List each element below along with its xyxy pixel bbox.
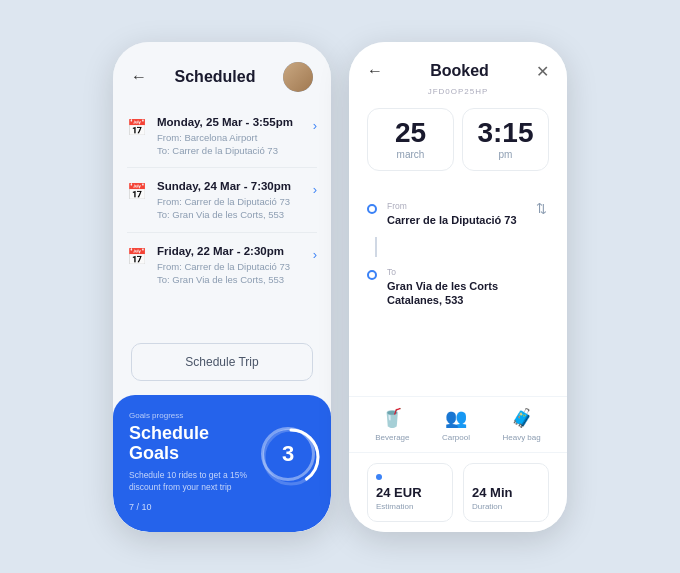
heavybag-icon: 🧳 xyxy=(511,407,533,429)
chevron-right-icon-2: › xyxy=(313,182,317,197)
from-dot xyxy=(367,204,377,214)
booking-id: JFD0OP25HP xyxy=(349,87,567,96)
duration-dot xyxy=(472,474,478,480)
ride-title-1: Monday, 25 Mar - 3:55pm xyxy=(157,116,303,128)
goals-badge: 3 xyxy=(261,427,315,481)
chevron-right-icon-3: › xyxy=(313,247,317,262)
ride-to-3: To: Gran Via de les Corts, 553 xyxy=(157,273,303,286)
schedule-trip-button[interactable]: Schedule Trip xyxy=(131,343,313,381)
carpool-label: Carpool xyxy=(442,433,470,442)
right-phone: ← Booked ✕ JFD0OP25HP 25 march 3:15 pm xyxy=(349,42,567,532)
cost-estimation: 24 EUR Estimation xyxy=(367,463,453,522)
cost-duration: 24 Min Duration xyxy=(463,463,549,522)
date-label: march xyxy=(374,149,447,160)
avatar-image xyxy=(283,62,313,92)
ride-item-1[interactable]: 📅 Monday, 25 Mar - 3:55pm From: Barcelon… xyxy=(127,106,317,169)
amenity-heavybag[interactable]: 🧳 Heavy bag xyxy=(502,407,540,442)
left-phone: ← Scheduled 📅 Monday, 25 Mar - 3:55pm Fr… xyxy=(113,42,331,532)
calendar-icon-2: 📅 xyxy=(127,182,147,201)
goals-title: Schedule Goals xyxy=(129,424,249,464)
cost-row: 24 EUR Estimation 24 Min Duration xyxy=(349,453,567,532)
ride-from-2: From: Carrer de la Diputació 73 xyxy=(157,195,303,208)
calendar-icon-1: 📅 xyxy=(127,118,147,137)
goals-desc: Schedule 10 rides to get a 15% discount … xyxy=(129,470,249,494)
schedule-btn-wrap: Schedule Trip xyxy=(113,333,331,395)
goals-section: Goals progress Schedule Goals Schedule 1… xyxy=(113,395,331,531)
route-to: To Gran Via de les Corts Catalanes, 533 xyxy=(367,259,549,316)
amenity-carpool[interactable]: 👥 Carpool xyxy=(442,407,470,442)
heavybag-label: Heavy bag xyxy=(502,433,540,442)
booked-header: ← Booked ✕ xyxy=(349,42,567,87)
date-box: 25 march xyxy=(367,108,454,171)
time-number: 3:15 xyxy=(469,119,542,147)
booked-title: Booked xyxy=(430,62,489,80)
beverage-label: Beverage xyxy=(375,433,409,442)
cost-label: Estimation xyxy=(376,502,444,511)
to-dot xyxy=(367,270,377,280)
ride-item-2[interactable]: 📅 Sunday, 24 Mar - 7:30pm From: Carrer d… xyxy=(127,170,317,233)
rides-list: 📅 Monday, 25 Mar - 3:55pm From: Barcelon… xyxy=(113,102,331,334)
route-section: From Carrer de la Diputació 73 ⇅ To Gran… xyxy=(349,185,567,396)
swap-icon[interactable]: ⇅ xyxy=(536,201,547,216)
booked-back-button[interactable]: ← xyxy=(367,62,383,80)
time-box: 3:15 pm xyxy=(462,108,549,171)
avatar[interactable] xyxy=(283,62,313,92)
circle-progress-svg xyxy=(261,427,321,487)
from-content: From Carrer de la Diputació 73 xyxy=(387,201,517,227)
to-label: To xyxy=(387,267,549,277)
amenities-row: 🥤 Beverage 👥 Carpool 🧳 Heavy bag xyxy=(349,396,567,453)
cost-dot xyxy=(376,474,382,480)
ride-to-2: To: Gran Via de les Corts, 553 xyxy=(157,208,303,221)
back-button[interactable]: ← xyxy=(131,68,147,86)
scheduled-header: ← Scheduled xyxy=(113,42,331,102)
ride-content-2: Sunday, 24 Mar - 7:30pm From: Carrer de … xyxy=(157,180,303,222)
date-number: 25 xyxy=(374,119,447,147)
chevron-right-icon-1: › xyxy=(313,118,317,133)
goals-text: Goals progress Schedule Goals Schedule 1… xyxy=(129,411,249,511)
cost-value: 24 EUR xyxy=(376,485,444,500)
ride-title-2: Sunday, 24 Mar - 7:30pm xyxy=(157,180,303,192)
to-content: To Gran Via de les Corts Catalanes, 533 xyxy=(387,267,549,308)
date-time-row: 25 march 3:15 pm xyxy=(349,108,567,185)
ride-from-3: From: Carrer de la Diputació 73 xyxy=(157,260,303,273)
from-label: From xyxy=(387,201,517,211)
duration-label: Duration xyxy=(472,502,540,511)
route-from: From Carrer de la Diputació 73 ⇅ xyxy=(367,193,549,235)
close-button[interactable]: ✕ xyxy=(536,62,549,81)
duration-value: 24 Min xyxy=(472,485,540,500)
ride-to-1: To: Carrer de la Diputació 73 xyxy=(157,144,303,157)
ride-title-3: Friday, 22 Mar - 2:30pm xyxy=(157,245,303,257)
route-connector-line xyxy=(375,237,377,257)
goals-count: 7 / 10 xyxy=(129,502,249,512)
carpool-icon: 👥 xyxy=(445,407,467,429)
from-address: Carrer de la Diputació 73 xyxy=(387,213,517,227)
goals-progress-label: Goals progress xyxy=(129,411,249,420)
ride-content-1: Monday, 25 Mar - 3:55pm From: Barcelona … xyxy=(157,116,303,158)
ride-from-1: From: Barcelona Airport xyxy=(157,131,303,144)
ride-content-3: Friday, 22 Mar - 2:30pm From: Carrer de … xyxy=(157,245,303,287)
amenity-beverage[interactable]: 🥤 Beverage xyxy=(375,407,409,442)
page-title: Scheduled xyxy=(175,68,256,86)
time-label: pm xyxy=(469,149,542,160)
ride-item-3[interactable]: 📅 Friday, 22 Mar - 2:30pm From: Carrer d… xyxy=(127,235,317,297)
calendar-icon-3: 📅 xyxy=(127,247,147,266)
to-address: Gran Via de les Corts Catalanes, 533 xyxy=(387,279,549,308)
beverage-icon: 🥤 xyxy=(381,407,403,429)
